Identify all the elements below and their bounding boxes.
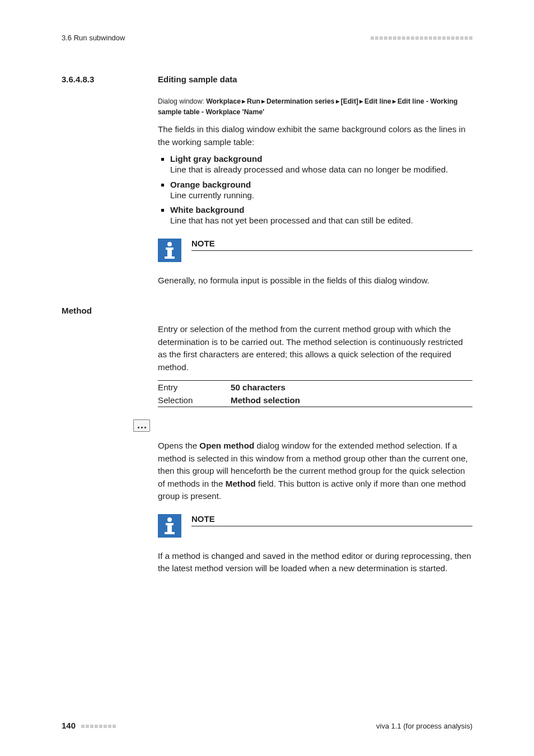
note-block: NOTE Generally, no formula input is poss… (158, 239, 472, 287)
triangle-icon: ▶ (335, 99, 341, 104)
method-description: Entry or selection of the method from th… (158, 323, 472, 374)
open-method-button[interactable] (133, 419, 150, 432)
info-icon (158, 514, 181, 538)
dialog-part: Determination series (266, 97, 335, 105)
divider (191, 526, 472, 526)
divider (191, 250, 472, 251)
list-item: Orange background Line currently running… (158, 180, 472, 202)
dialog-path-row: Dialog window: Workplace▶Run▶Determinati… (62, 84, 472, 287)
section-title: Editing sample data (158, 74, 472, 84)
footer-left: 140 (62, 721, 116, 731)
param-key: Entry (158, 381, 231, 394)
text-part: Opens the (158, 441, 199, 450)
method-param-table: Entry 50 characters Selection Method sel… (158, 380, 472, 407)
bullet-icon (158, 154, 170, 176)
param-key: Selection (158, 394, 231, 407)
bullet-title: Orange background (170, 180, 472, 189)
text-bold: Method (226, 479, 256, 488)
dialog-part: Run (247, 97, 260, 105)
table-row: Selection Method selection (158, 394, 472, 407)
method-desc-row: Entry or selection of the method from th… (62, 323, 472, 407)
open-method-row (62, 419, 472, 432)
open-method-desc-row: Opens the Open method dialog window for … (62, 440, 472, 575)
page-number: 140 (62, 721, 76, 730)
bullet-icon (158, 205, 170, 227)
note-body: Generally, no formula input is possible … (158, 274, 472, 287)
text-bold: Open method (199, 441, 254, 450)
footer-ornament (81, 725, 116, 728)
note-block: NOTE If a method is changed and saved in… (158, 514, 472, 575)
intro-text: The fields in this dialog window exhibit… (158, 123, 472, 148)
info-icon (158, 239, 181, 262)
bullet-title: Light gray background (170, 154, 472, 164)
bullet-body: Line that has not yet been processed and… (170, 214, 472, 227)
page: 3.6 Run subwindow 3.6.4.8.3 Editing samp… (0, 0, 534, 756)
dialog-part: [Edit] (341, 97, 358, 105)
dialog-window-path: Dialog window: Workplace▶Run▶Determinati… (158, 96, 472, 118)
table-row: Entry 50 characters (158, 381, 472, 394)
section-heading-row: 3.6.4.8.3 Editing sample data (62, 74, 472, 84)
bullet-title: White background (170, 205, 472, 214)
bullet-body: Line that is already processed and whose… (170, 164, 472, 176)
list-item: White background Line that has not yet b… (158, 205, 472, 227)
note-body: If a method is changed and saved in the … (158, 550, 472, 575)
triangle-icon: ▶ (260, 99, 266, 104)
param-value: 50 characters (231, 381, 472, 394)
dialog-prefix: Dialog window: (158, 97, 206, 105)
dialog-part: Workplace (206, 97, 241, 105)
page-header: 3.6 Run subwindow (62, 34, 472, 42)
note-title: NOTE (191, 514, 472, 525)
header-section-ref: 3.6 Run subwindow (62, 34, 125, 42)
triangle-icon: ▶ (358, 99, 364, 104)
method-heading-row: Method (62, 306, 472, 315)
triangle-icon: ▶ (241, 99, 247, 104)
open-method-description: Opens the Open method dialog window for … (158, 440, 472, 503)
list-item: Light gray background Line that is alrea… (158, 154, 472, 176)
header-ornament (371, 36, 472, 40)
page-footer: 140 viva 1.1 (for process analysis) (62, 721, 472, 731)
bullet-body: Line currently running. (170, 189, 472, 202)
triangle-icon: ▶ (391, 99, 397, 104)
bullet-icon (158, 180, 170, 202)
background-color-list: Light gray background Line that is alrea… (158, 154, 472, 227)
footer-right: viva 1.1 (for process analysis) (376, 722, 472, 730)
dialog-part: Edit line (364, 97, 391, 105)
section-number: 3.6.4.8.3 (62, 74, 158, 84)
note-title: NOTE (191, 239, 472, 249)
param-value: Method selection (231, 394, 472, 407)
method-heading: Method (62, 306, 158, 315)
